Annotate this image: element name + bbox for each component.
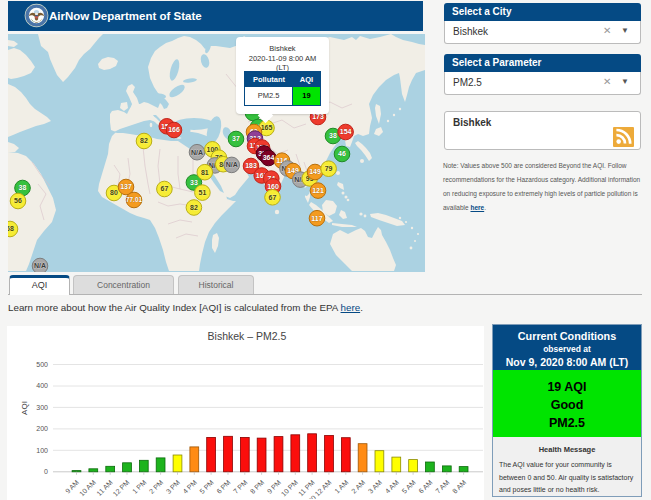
svg-text:38: 38 xyxy=(329,132,337,139)
svg-text:160: 160 xyxy=(267,183,279,190)
svg-text:10 PM: 10 PM xyxy=(280,478,299,497)
svg-text:5 PM: 5 PM xyxy=(198,478,215,495)
svg-text:166: 166 xyxy=(168,126,180,133)
svg-text:8 AM: 8 AM xyxy=(451,478,467,494)
svg-text:121: 121 xyxy=(312,187,324,194)
svg-text:500: 500 xyxy=(36,361,48,368)
svg-text:7 AM: 7 AM xyxy=(434,478,450,494)
svg-text:2 PM: 2 PM xyxy=(148,478,165,495)
svg-text:67: 67 xyxy=(161,185,169,192)
svg-text:77.01: 77.01 xyxy=(126,196,142,203)
svg-text:82: 82 xyxy=(190,204,198,211)
svg-text:0: 0 xyxy=(44,468,48,475)
svg-text:79: 79 xyxy=(325,165,333,172)
svg-text:67: 67 xyxy=(269,194,277,201)
svg-text:N/A: N/A xyxy=(226,161,238,168)
svg-text:56: 56 xyxy=(14,197,22,204)
svg-text:81: 81 xyxy=(201,169,209,176)
svg-text:165: 165 xyxy=(261,124,273,131)
svg-text:5 AM: 5 AM xyxy=(401,478,417,494)
svg-text:12 PM: 12 PM xyxy=(111,478,130,497)
svg-text:3 PM: 3 PM xyxy=(165,478,182,495)
svg-text:82: 82 xyxy=(140,137,148,144)
svg-text:173: 173 xyxy=(312,113,324,120)
svg-text:300: 300 xyxy=(36,404,48,411)
svg-text:N/A: N/A xyxy=(191,149,203,156)
svg-text:3 AM: 3 AM xyxy=(367,478,383,494)
svg-text:2 AM: 2 AM xyxy=(350,478,366,494)
svg-text:N/A: N/A xyxy=(34,262,46,269)
svg-text:33: 33 xyxy=(190,179,198,186)
svg-text:1 PM: 1 PM xyxy=(131,478,148,495)
svg-text:4 PM: 4 PM xyxy=(182,478,199,495)
svg-text:183: 183 xyxy=(245,162,257,169)
svg-text:80: 80 xyxy=(110,189,118,196)
svg-text:154: 154 xyxy=(340,128,352,135)
svg-text:38: 38 xyxy=(19,184,27,191)
svg-text:200: 200 xyxy=(36,425,48,432)
svg-text:117: 117 xyxy=(311,215,322,222)
svg-text:1 AM: 1 AM xyxy=(333,478,349,494)
svg-text:51: 51 xyxy=(199,189,207,196)
svg-text:37: 37 xyxy=(232,135,240,142)
svg-text:149: 149 xyxy=(309,168,321,175)
svg-text:400: 400 xyxy=(36,382,48,389)
svg-text:8 PM: 8 PM xyxy=(249,478,266,495)
svg-text:46: 46 xyxy=(338,150,346,157)
svg-text:100: 100 xyxy=(36,447,48,454)
svg-text:137: 137 xyxy=(120,183,132,190)
svg-text:11 AM: 11 AM xyxy=(95,478,114,497)
svg-text:4 AM: 4 AM xyxy=(384,478,400,494)
svg-text:7 PM: 7 PM xyxy=(232,478,249,495)
svg-text:Bishkek – PM2.5: Bishkek – PM2.5 xyxy=(208,330,287,342)
svg-text:10 AM: 10 AM xyxy=(78,478,97,497)
svg-text:6 AM: 6 AM xyxy=(417,478,433,494)
svg-text:AQI: AQI xyxy=(20,401,29,415)
svg-text:68: 68 xyxy=(8,225,14,232)
svg-text:364: 364 xyxy=(263,154,275,161)
svg-text:6 PM: 6 PM xyxy=(215,478,232,495)
